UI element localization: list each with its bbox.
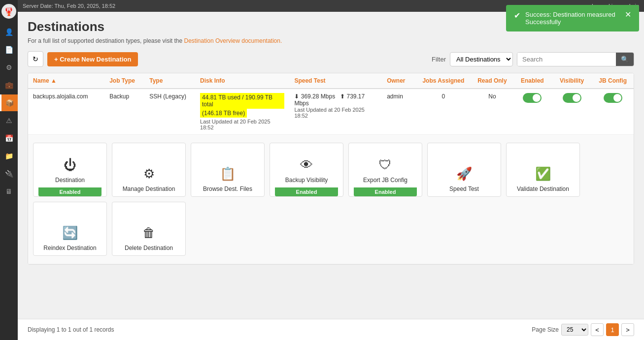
col-owner: Owner [382, 73, 415, 89]
disk-free-highlight: (146.18 TB free) [200, 109, 247, 118]
cell-type: SSH (Legacy) [144, 89, 195, 135]
card-browse-files[interactable]: 📋 Browse Dest. Files [191, 143, 265, 197]
power-icon: ⏻ [64, 157, 76, 173]
enabled-toggle[interactable] [523, 93, 542, 103]
col-name: Name ▲ [28, 73, 104, 89]
subtitle-link[interactable]: Destination Overview documentation. [184, 37, 282, 44]
speedtest-icon: 🚀 [456, 166, 472, 182]
card-badge-visibility: Enabled [275, 187, 338, 196]
card-label-manage: Manage Destination [123, 185, 175, 192]
col-jobtype: Job Type [104, 73, 144, 89]
main-content: Server Date: Thu, Feb 20, 2025, 18:52 Lo… [18, 0, 644, 340]
destinations-table-wrapper: Name ▲ Job Type Type Disk Info Speed Tes… [28, 73, 634, 265]
page-size-label: Page Size [532, 326, 559, 333]
cell-speedtest: ⬇ 369.28 Mbps ⬆ 739.17 Mbps Last Updated… [289, 89, 382, 135]
jbconfig-toggle[interactable] [604, 93, 622, 103]
sidebar-item-schedule[interactable]: 📅 [0, 130, 18, 147]
delete-icon: 🗑 [142, 225, 155, 241]
col-jobs: Jobs Assigned [415, 73, 472, 89]
refresh-button[interactable]: ↻ [28, 51, 43, 67]
action-cards-row: ⏻ Destination Enabled ⚙ Manage Destinati… [28, 135, 634, 264]
card-label-export: Export JB Config [363, 177, 407, 184]
page-subtitle: For a full list of supported destination… [28, 37, 634, 44]
pagination: Page Size 25 50 100 < 1 > [532, 323, 634, 336]
server-date: Server Date: Thu, Feb 20, 2025, 18:52 [23, 3, 115, 9]
card-badge-export: Enabled [354, 187, 417, 196]
page-size-select[interactable]: 25 50 100 [561, 324, 588, 336]
cell-readonly: No [472, 89, 513, 135]
card-label-reindex: Reindex Destination [43, 245, 96, 251]
col-readonly: Read Only [472, 73, 513, 89]
files-icon: 📋 [220, 166, 236, 182]
sidebar-item-archive[interactable]: 📁 [0, 148, 18, 164]
table-row: backups.alojalia.com Backup SSH (Legacy)… [28, 89, 634, 135]
toast-success-icon: ✔ [514, 11, 520, 20]
sidebar-item-jobs[interactable]: 💼 [0, 77, 18, 93]
toast-message: Success: Destination measured Successful… [525, 11, 620, 26]
toast-close-button[interactable]: ✕ [625, 11, 631, 19]
visibility-toggle[interactable] [563, 93, 581, 103]
filter-label: Filter [432, 56, 446, 63]
col-speedtest: Speed Test [289, 73, 382, 89]
card-badge-destination: Enabled [38, 187, 102, 196]
sidebar: 🦞 👤 📄 ⚙ 💼 📦 ⚠ 📅 📁 🔌 🖥 [0, 0, 18, 340]
sidebar-item-plugins[interactable]: 🔌 [0, 165, 18, 182]
card-reindex-destination[interactable]: 🔄 Reindex Destination [33, 202, 107, 256]
col-diskinfo: Disk Info [195, 73, 289, 89]
content-area: Destinations For a full list of supporte… [18, 12, 644, 319]
jbconfig-toggle-knob [613, 94, 621, 102]
sidebar-logo: 🦞 [1, 4, 16, 19]
card-label-destination: Destination [55, 177, 85, 184]
card-label-browse: Browse Dest. Files [203, 185, 252, 192]
next-page-button[interactable]: > [621, 323, 634, 336]
col-type: Type [144, 73, 195, 89]
eye-icon: 👁 [300, 157, 313, 173]
col-visibility: Visibility [552, 73, 592, 89]
cell-jobs: 0 [415, 89, 472, 135]
cell-diskinfo: 44.81 TB used / 190.99 TB total (146.18 … [195, 89, 289, 135]
display-records: Displaying 1 to 1 out of 1 records [28, 326, 114, 333]
toast-notification: ✔ Success: Destination measured Successf… [506, 5, 639, 31]
sidebar-item-users[interactable]: 👤 [0, 24, 18, 40]
card-destination-enabled[interactable]: ⏻ Destination Enabled [33, 143, 107, 197]
footer: Displaying 1 to 1 out of 1 records Page … [18, 319, 644, 340]
cell-owner: admin [382, 89, 415, 135]
card-label-speed: Speed Test [449, 185, 479, 192]
card-export-jbconfig[interactable]: 🛡 Export JB Config Enabled [348, 143, 422, 197]
disk-used-highlight: 44.81 TB used / 190.99 TB total [200, 93, 284, 109]
speed-updated: Last Updated at 20 Feb 2025 18:52 [294, 107, 377, 119]
card-backup-visibility[interactable]: 👁 Backup Visibility Enabled [270, 143, 343, 197]
cell-jbconfig [592, 89, 634, 135]
reindex-icon: 🔄 [62, 225, 78, 241]
sidebar-item-destinations[interactable]: 📦 [0, 94, 18, 111]
subtitle-text: For a full list of supported destination… [28, 37, 182, 44]
sidebar-item-files[interactable]: 📄 [0, 41, 18, 58]
col-jbconfig: JB Config [592, 73, 634, 89]
speed-down: ⬇ 369.28 Mbps ⬆ 739.17 Mbps [294, 93, 377, 107]
validate-icon: ✅ [535, 166, 551, 182]
current-page-button[interactable]: 1 [606, 323, 619, 336]
card-delete-destination[interactable]: 🗑 Delete Destination [112, 202, 186, 256]
search-button[interactable]: 🔍 [616, 53, 634, 66]
enabled-toggle-knob [533, 94, 541, 102]
sidebar-item-system[interactable]: 🖥 [0, 183, 18, 200]
cell-enabled [513, 89, 552, 135]
col-enabled: Enabled [513, 73, 552, 89]
sidebar-item-alerts[interactable]: ⚠ [0, 112, 18, 129]
toolbar: ↻ + Create New Destination Filter All De… [28, 51, 634, 67]
disk-updated: Last Updated at 20 Feb 2025 18:52 [200, 119, 284, 130]
shield-icon: 🛡 [379, 157, 392, 173]
cell-jobtype: Backup [104, 89, 144, 135]
search-input[interactable] [517, 53, 616, 66]
sidebar-item-settings[interactable]: ⚙ [0, 59, 18, 76]
card-manage-destination[interactable]: ⚙ Manage Destination [112, 143, 186, 197]
create-destination-button[interactable]: + Create New Destination [47, 52, 138, 66]
card-label-visibility: Backup Visibility [285, 177, 328, 184]
card-validate-destination[interactable]: ✅ Validate Destination [506, 143, 580, 197]
prev-page-button[interactable]: < [591, 323, 604, 336]
search-wrapper: 🔍 [517, 52, 634, 66]
gear-icon: ⚙ [143, 166, 155, 182]
card-speed-test[interactable]: 🚀 Speed Test [427, 143, 501, 197]
filter-select[interactable]: All Destinations [450, 52, 513, 66]
cell-name: backups.alojalia.com [28, 89, 104, 135]
